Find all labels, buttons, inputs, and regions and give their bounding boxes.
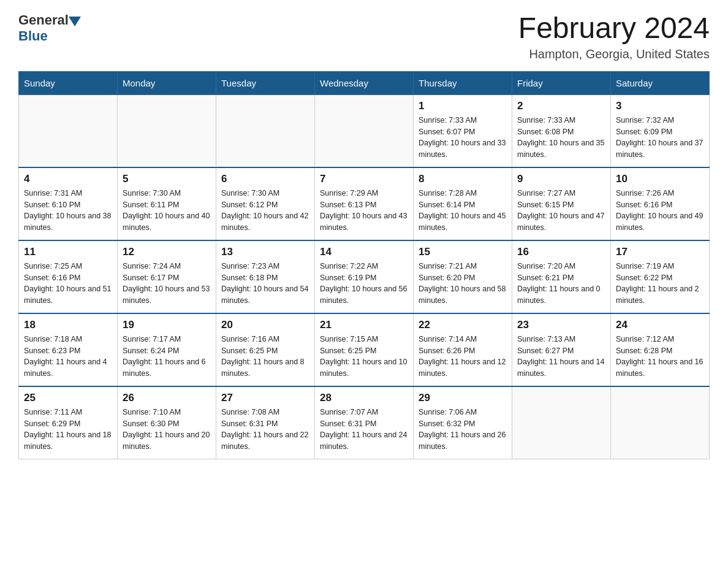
calendar-cell: 6Sunrise: 7:30 AMSunset: 6:12 PMDaylight… [216,167,315,240]
day-number: 14 [320,246,408,258]
day-number: 17 [616,246,704,258]
day-info: Sunrise: 7:16 AMSunset: 6:25 PMDaylight:… [221,334,309,380]
day-info: Sunrise: 7:33 AMSunset: 6:08 PMDaylight:… [517,115,605,161]
day-number: 9 [517,173,605,185]
calendar-cell: 24Sunrise: 7:12 AMSunset: 6:28 PMDayligh… [611,313,710,386]
day-info: Sunrise: 7:21 AMSunset: 6:20 PMDaylight:… [419,261,507,307]
calendar-cell: 17Sunrise: 7:19 AMSunset: 6:22 PMDayligh… [611,240,710,313]
day-number: 5 [123,173,211,185]
day-number: 8 [419,173,507,185]
day-number: 25 [24,392,112,404]
calendar-cell: 18Sunrise: 7:18 AMSunset: 6:23 PMDayligh… [19,313,118,386]
header-monday: Monday [118,71,216,94]
day-info: Sunrise: 7:30 AMSunset: 6:11 PMDaylight:… [123,188,211,234]
day-info: Sunrise: 7:24 AMSunset: 6:17 PMDaylight:… [123,261,211,307]
day-info: Sunrise: 7:15 AMSunset: 6:25 PMDaylight:… [320,334,408,380]
day-info: Sunrise: 7:14 AMSunset: 6:26 PMDaylight:… [419,334,507,380]
day-info: Sunrise: 7:06 AMSunset: 6:32 PMDaylight:… [419,407,507,453]
day-number: 11 [24,246,112,258]
day-info: Sunrise: 7:11 AMSunset: 6:29 PMDaylight:… [24,407,112,453]
header-sunday: Sunday [19,71,118,94]
day-info: Sunrise: 7:27 AMSunset: 6:15 PMDaylight:… [517,188,605,234]
month-title: February 2024 [518,12,710,45]
day-info: Sunrise: 7:18 AMSunset: 6:23 PMDaylight:… [24,334,112,380]
day-number: 1 [419,100,507,112]
calendar-header-row: SundayMondayTuesdayWednesdayThursdayFrid… [19,71,710,94]
day-number: 19 [123,319,211,331]
calendar-week-row: 1Sunrise: 7:33 AMSunset: 6:07 PMDaylight… [19,94,710,167]
calendar-cell [19,94,118,167]
calendar-cell: 3Sunrise: 7:32 AMSunset: 6:09 PMDaylight… [611,94,710,167]
day-info: Sunrise: 7:23 AMSunset: 6:18 PMDaylight:… [221,261,309,307]
day-info: Sunrise: 7:17 AMSunset: 6:24 PMDaylight:… [123,334,211,380]
calendar-cell: 12Sunrise: 7:24 AMSunset: 6:17 PMDayligh… [118,240,216,313]
day-number: 24 [616,319,704,331]
day-info: Sunrise: 7:26 AMSunset: 6:16 PMDaylight:… [616,188,704,234]
calendar-cell: 15Sunrise: 7:21 AMSunset: 6:20 PMDayligh… [414,240,512,313]
logo: General Blue [18,12,81,44]
header-thursday: Thursday [414,71,512,94]
day-number: 18 [24,319,112,331]
day-number: 26 [123,392,211,404]
calendar-cell: 2Sunrise: 7:33 AMSunset: 6:08 PMDaylight… [512,94,611,167]
calendar-cell: 14Sunrise: 7:22 AMSunset: 6:19 PMDayligh… [315,240,414,313]
calendar-cell: 16Sunrise: 7:20 AMSunset: 6:21 PMDayligh… [512,240,611,313]
day-info: Sunrise: 7:28 AMSunset: 6:14 PMDaylight:… [419,188,507,234]
calendar-cell: 4Sunrise: 7:31 AMSunset: 6:10 PMDaylight… [19,167,118,240]
calendar-week-row: 18Sunrise: 7:18 AMSunset: 6:23 PMDayligh… [19,313,710,386]
location-subtitle: Hampton, Georgia, United States [518,47,710,61]
day-info: Sunrise: 7:10 AMSunset: 6:30 PMDaylight:… [123,407,211,453]
day-number: 29 [419,392,507,404]
calendar-cell: 23Sunrise: 7:13 AMSunset: 6:27 PMDayligh… [512,313,611,386]
day-number: 21 [320,319,408,331]
header-tuesday: Tuesday [216,71,315,94]
calendar-cell [611,386,710,459]
calendar-cell: 25Sunrise: 7:11 AMSunset: 6:29 PMDayligh… [19,386,118,459]
calendar-cell [118,94,216,167]
day-info: Sunrise: 7:20 AMSunset: 6:21 PMDaylight:… [517,261,605,307]
day-number: 20 [221,319,309,331]
day-number: 22 [419,319,507,331]
day-number: 12 [123,246,211,258]
logo-text-general: General [18,12,69,28]
calendar-cell: 5Sunrise: 7:30 AMSunset: 6:11 PMDaylight… [118,167,216,240]
calendar-cell: 8Sunrise: 7:28 AMSunset: 6:14 PMDaylight… [414,167,512,240]
header-wednesday: Wednesday [315,71,414,94]
calendar-cell: 28Sunrise: 7:07 AMSunset: 6:31 PMDayligh… [315,386,414,459]
logo-triangle-icon [69,17,81,26]
day-info: Sunrise: 7:07 AMSunset: 6:31 PMDaylight:… [320,407,408,453]
day-number: 6 [221,173,309,185]
calendar-cell: 7Sunrise: 7:29 AMSunset: 6:13 PMDaylight… [315,167,414,240]
day-number: 7 [320,173,408,185]
day-info: Sunrise: 7:33 AMSunset: 6:07 PMDaylight:… [419,115,507,161]
day-number: 10 [616,173,704,185]
day-info: Sunrise: 7:31 AMSunset: 6:10 PMDaylight:… [24,188,112,234]
day-info: Sunrise: 7:19 AMSunset: 6:22 PMDaylight:… [616,261,704,307]
day-number: 28 [320,392,408,404]
day-number: 3 [616,100,704,112]
day-number: 13 [221,246,309,258]
header-saturday: Saturday [611,71,710,94]
calendar-cell [216,94,315,167]
day-info: Sunrise: 7:30 AMSunset: 6:12 PMDaylight:… [221,188,309,234]
day-info: Sunrise: 7:22 AMSunset: 6:19 PMDaylight:… [320,261,408,307]
calendar-cell: 9Sunrise: 7:27 AMSunset: 6:15 PMDaylight… [512,167,611,240]
calendar-cell: 29Sunrise: 7:06 AMSunset: 6:32 PMDayligh… [414,386,512,459]
day-info: Sunrise: 7:12 AMSunset: 6:28 PMDaylight:… [616,334,704,380]
day-number: 27 [221,392,309,404]
calendar-week-row: 25Sunrise: 7:11 AMSunset: 6:29 PMDayligh… [19,386,710,459]
calendar-cell: 21Sunrise: 7:15 AMSunset: 6:25 PMDayligh… [315,313,414,386]
calendar-cell: 26Sunrise: 7:10 AMSunset: 6:30 PMDayligh… [118,386,216,459]
calendar-table: SundayMondayTuesdayWednesdayThursdayFrid… [18,71,710,459]
calendar-cell: 11Sunrise: 7:25 AMSunset: 6:16 PMDayligh… [19,240,118,313]
day-number: 4 [24,173,112,185]
page-header: General Blue February 2024 Hampton, Geor… [18,12,710,61]
day-number: 15 [419,246,507,258]
day-info: Sunrise: 7:32 AMSunset: 6:09 PMDaylight:… [616,115,704,161]
calendar-week-row: 4Sunrise: 7:31 AMSunset: 6:10 PMDaylight… [19,167,710,240]
calendar-cell: 22Sunrise: 7:14 AMSunset: 6:26 PMDayligh… [414,313,512,386]
calendar-cell: 20Sunrise: 7:16 AMSunset: 6:25 PMDayligh… [216,313,315,386]
calendar-cell [512,386,611,459]
day-info: Sunrise: 7:25 AMSunset: 6:16 PMDaylight:… [24,261,112,307]
calendar-week-row: 11Sunrise: 7:25 AMSunset: 6:16 PMDayligh… [19,240,710,313]
